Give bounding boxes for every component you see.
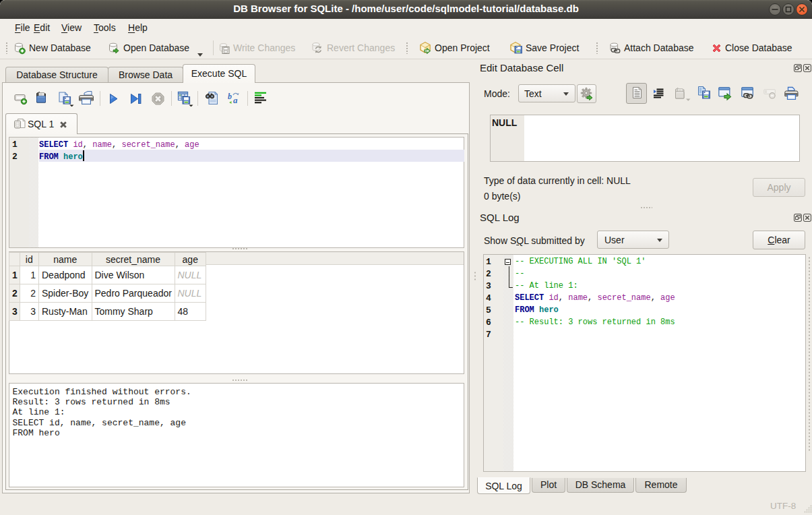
svg-text:a: a <box>233 95 238 105</box>
svg-text:b: b <box>228 92 232 101</box>
